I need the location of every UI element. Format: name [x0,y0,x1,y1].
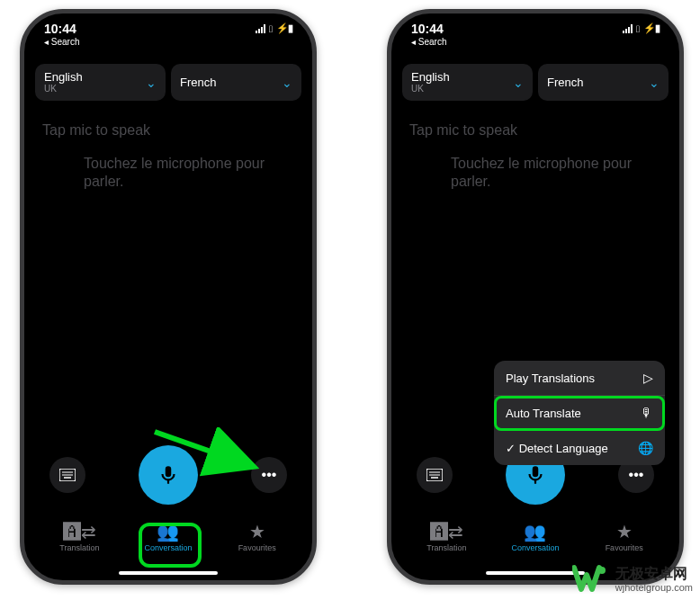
tab-conversation[interactable]: 👥 Conversation [128,523,209,552]
controls-row: ••• [24,445,312,505]
popup-detect-language[interactable]: Detect Language 🌐 [494,431,665,465]
screen: English UK ⌄ French ⌄ Tap mic to speak T… [24,13,312,580]
tab-bar: 🅰︎⇄ Translation 👥 Conversation ★ Favouri… [391,514,679,569]
language-selector-row: English UK ⌄ French ⌄ [391,58,679,106]
tab-conversation[interactable]: 👥 Conversation [495,523,576,552]
translation-icon: 🅰︎⇄ [430,523,463,541]
language-to-selector[interactable]: French ⌄ [171,64,301,101]
language-from-selector[interactable]: English UK ⌄ [35,64,166,101]
keyboard-button[interactable] [417,457,453,493]
language-to-name: French [180,76,216,89]
language-from-sub: UK [411,84,450,94]
tab-bar: 🅰︎⇄ Translation 👥 Conversation ★ Favouri… [24,514,312,569]
tab-favourites[interactable]: ★ Favourites [217,523,298,552]
mic-icon [157,463,180,487]
chevron-down-icon: ⌄ [282,76,292,90]
home-indicator[interactable] [119,571,218,575]
tab-label: Favourites [238,543,276,552]
popup-item-label: Play Translations [506,372,595,385]
star-icon: ★ [616,523,633,541]
mic-auto-icon: 🎙︎ [641,406,653,420]
translation-icon: 🅰︎⇄ [63,523,96,541]
keyboard-icon [59,469,76,481]
prompt-source: Tap mic to speak [409,122,661,139]
ellipsis-icon: ••• [262,467,277,483]
screen: English UK ⌄ French ⌄ Tap mic to speak T… [391,13,679,580]
popup-play-translations[interactable]: Play Translations ▷ [494,361,665,396]
globe-icon: 🌐 [638,441,653,455]
play-icon: ▷ [643,371,653,385]
popup-auto-translate[interactable]: Auto Translate 🎙︎ [494,396,665,431]
language-to-name: French [547,76,583,89]
watermark-title: 无极安卓网 [615,566,693,582]
tab-label: Conversation [511,543,559,552]
tab-translation[interactable]: 🅰︎⇄ Translation [39,523,120,552]
more-options-popup: Play Translations ▷ Auto Translate 🎙︎ De… [494,361,665,465]
star-icon: ★ [249,523,265,541]
phone-frame-right: 10:44 Search 􀙇 ⚡▮ English UK ⌄ French ⌄ [387,9,684,585]
conversation-icon: 👥 [157,523,179,541]
notch [468,13,603,37]
keyboard-button[interactable] [49,457,85,493]
watermark-logo-icon [572,564,608,595]
chevron-down-icon: ⌄ [146,76,157,90]
notch [101,13,236,37]
svg-point-9 [598,567,606,574]
tab-label: Translation [59,543,99,552]
language-from-sub: UK [44,84,83,94]
watermark: 无极安卓网 wjhotelgroup.com [572,564,693,595]
popup-item-label: Detect Language [506,442,608,455]
tab-label: Conversation [144,543,192,552]
tab-label: Translation [426,543,466,552]
tab-translation[interactable]: 🅰︎⇄ Translation [406,523,487,552]
language-to-selector[interactable]: French ⌄ [538,64,669,101]
prompt-area: Tap mic to speak Touchez le microphone p… [24,106,312,191]
keyboard-icon [426,469,443,481]
language-from-name: English [44,71,83,84]
prompt-target: Touchez le microphone pour parler. [409,155,661,191]
mic-icon [524,463,547,487]
watermark-url: wjhotelgroup.com [615,582,693,593]
conversation-icon: 👥 [524,523,546,541]
language-from-name: English [411,71,450,84]
tab-favourites[interactable]: ★ Favourites [584,523,665,552]
chevron-down-icon: ⌄ [513,76,524,90]
prompt-area: Tap mic to speak Touchez le microphone p… [391,106,679,191]
mic-button[interactable] [139,445,198,505]
ellipsis-icon: ••• [629,467,644,483]
popup-item-label: Auto Translate [506,407,581,420]
language-selector-row: English UK ⌄ French ⌄ [24,58,312,106]
home-indicator[interactable] [486,571,585,575]
phone-frame-left: 10:44 Search 􀙇 ⚡▮ English UK ⌄ French ⌄ [20,9,317,585]
chevron-down-icon: ⌄ [649,76,660,90]
language-from-selector[interactable]: English UK ⌄ [402,64,533,101]
more-button[interactable]: ••• [251,457,287,493]
tab-label: Favourites [606,543,643,552]
prompt-target: Touchez le microphone pour parler. [42,155,294,191]
prompt-source: Tap mic to speak [42,122,294,139]
